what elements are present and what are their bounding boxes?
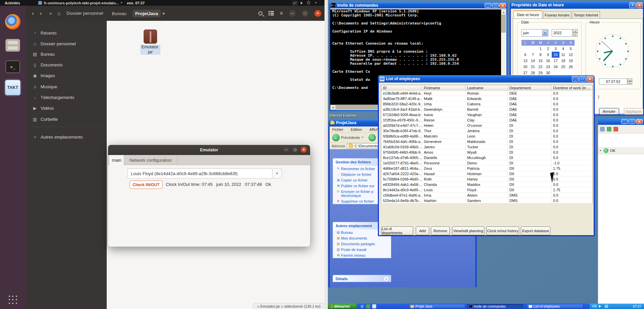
table-cell[interactable]: Reese [422,117,465,123]
tray-icon[interactable] [605,305,608,308]
table-cell[interactable]: Hickman [465,171,508,176]
desktop-icon-internet-explorer[interactable]: Internet Explorer [330,113,357,117]
table-cell[interactable]: e8328456-4ab1-4a58-... [381,182,422,187]
table-cell[interactable]: 896b331f-58a2-420c-9... [381,101,422,107]
check-in-out-button[interactable]: Check IN/OUT [130,181,162,189]
table-cell[interactable]: Tucker [465,144,508,150]
table-cell[interactable]: 30e78edb-b35f-47eb-9... [381,128,422,134]
table-cell[interactable]: DI [508,128,551,134]
table-cell[interactable]: 4a80ae79-8ff7-4149-a... [381,96,422,101]
year-spinner[interactable]: ▲▼ [573,29,578,37]
table-cell[interactable]: DAE [508,117,551,123]
table-cell[interactable]: Maldonado [465,139,508,144]
datetime-titlebar[interactable]: Propriétés de Date et heure ? ✕ [510,1,644,9]
calendar-day[interactable]: 1 [537,46,544,52]
calendar-day[interactable]: 3 [552,46,559,52]
go-label[interactable]: OK [610,149,615,153]
table-cell[interactable]: Irma [422,193,465,198]
menu-edition[interactable]: Edition [351,127,362,132]
maximize-button[interactable]: ▢ [292,147,298,153]
forward-icon[interactable]: → [368,134,376,141]
keyboard-indicator-icon[interactable]: a? [292,1,298,5]
back-dropdown-icon[interactable]: ▼ [361,136,364,139]
table-cell[interactable]: DEE [508,91,551,96]
back-label[interactable]: Précédente [341,136,360,140]
taskbar-task-projet-java[interactable]: Projet Java [409,304,465,309]
table-cell[interactable]: e19b2bd6-efd4-4e6d-a... [381,91,422,96]
table-cell[interactable]: Amos [422,150,465,155]
minimize-button[interactable]: — [289,10,296,17]
taskbar-task-invite-de-commandes[interactable]: Invite de commandes [467,304,524,309]
table-cell[interactable]: 0.0 [551,198,593,203]
ie-icon[interactable]: e [360,304,364,308]
show-applications-button[interactable] [9,296,17,304]
calendar-day[interactable]: 14 [529,58,537,64]
sidebar-item-documents[interactable]: ▯Documents [29,60,103,69]
view-toggle-icon[interactable] [268,11,274,15]
table-cell[interactable]: DI [508,155,551,160]
table-cell[interactable]: Zeus [422,166,465,171]
close-button[interactable]: ✕ [636,119,643,124]
breadcrumb-left-icon[interactable]: ◀ [49,12,51,15]
calendar-day[interactable]: 15 [537,58,544,64]
calendar-day[interactable]: 12 [567,52,575,58]
table-cell[interactable]: Genevieve [422,139,465,144]
table-cell[interactable]: 7b65b33d-4afc-406b-a... [381,139,422,144]
tray-clock[interactable]: 07:37 [633,305,641,308]
calendar-day[interactable]: 25 [559,64,567,70]
table-cell[interactable]: a0209d7d-e4d7-47c7-... [381,123,422,128]
maximize-button[interactable]: □ [492,3,499,8]
table-cell[interactable]: Alston [465,193,508,198]
maximize-button[interactable]: □ [579,76,586,82]
table-cell[interactable]: Roth [422,176,465,182]
calendar-day[interactable]: 18 [559,58,567,64]
calendar-day[interactable]: 9 [544,52,552,58]
task-item[interactable]: ▥Poste de travail [333,247,391,252]
table-cell[interactable]: James [422,144,465,150]
table-cell[interactable]: Hasad [422,171,465,176]
power-icon[interactable] [307,1,310,4]
calendar-day[interactable]: 13 [522,58,529,64]
table-cell[interactable]: DII [508,171,551,176]
table-cell[interactable]: Uma [422,101,465,107]
add-button[interactable]: Add [416,226,429,235]
scroll-up-icon[interactable]: ▲ [501,9,506,15]
focused-window-title[interactable]: fr-univtours-polytech-takt-projet-emulat… [44,1,119,5]
table-cell[interactable]: 0.0 [551,144,593,150]
quick-launch-icon[interactable] [372,304,376,308]
cmd-titlebar[interactable]: C:\ Invite de commandes _ □ ✕ [329,2,507,8]
table-cell[interactable]: 671924b0-920f-4baa-b... [381,112,422,117]
dock-terminal[interactable]: >_ [4,58,21,75]
search-icon[interactable] [258,11,262,15]
table-cell[interactable]: 41a68c0d-0169-46b0-... [381,144,422,150]
employee-select[interactable]: Louis Floyd (8e14d42a-d0c9-4e89-a2fb-3c6… [128,168,273,178]
sidebar-item-rcents[interactable]: ◔Récents [29,28,103,38]
close-button[interactable]: ✕ [587,76,593,82]
clock-in-out-history-button[interactable]: Clock in/out history [486,226,519,235]
panel-header[interactable]: Détails [333,275,391,282]
month-select[interactable]: juin ▼ [522,29,548,37]
sidebar-item-images[interactable]: ◉Images [29,71,103,80]
table-cell[interactable]: DAE [508,112,551,117]
table-cell[interactable]: 0.0 [551,117,593,123]
tab-temps-internet[interactable]: Temps Internet [572,11,600,18]
table-cell[interactable]: DAE [508,107,551,112]
list-of-departments-button[interactable]: List of departments [382,226,413,235]
hamburger-menu-icon[interactable]: ≡ [280,10,283,16]
table-cell[interactable]: 0.0 [551,139,593,144]
go-icon[interactable]: → [603,148,608,153]
details-chevron-icon[interactable]: ∨ [384,276,389,281]
calendar-day[interactable]: 6 [522,52,529,58]
tab-network-configuration[interactable]: Network configuration [124,155,177,165]
table-cell[interactable]: DMS [508,198,551,203]
table-cell[interactable]: DII [508,182,551,187]
close-button[interactable]: ✕ [314,10,321,17]
table-cell[interactable]: 0.0 [551,150,593,155]
calendar-day[interactable]: 26 [567,64,575,70]
sidebar-item-corbeille[interactable]: ▥Corbeille [29,114,103,124]
top-bar-clock[interactable]: ven. 07:37 [127,1,145,5]
table-cell[interactable]: Mccullough [465,155,508,160]
table-cell[interactable]: a38c19c4-3acf-41bd-b... [381,107,422,112]
apply-button[interactable]: Appliquer [624,108,643,115]
toolbar-icon[interactable] [607,127,611,132]
